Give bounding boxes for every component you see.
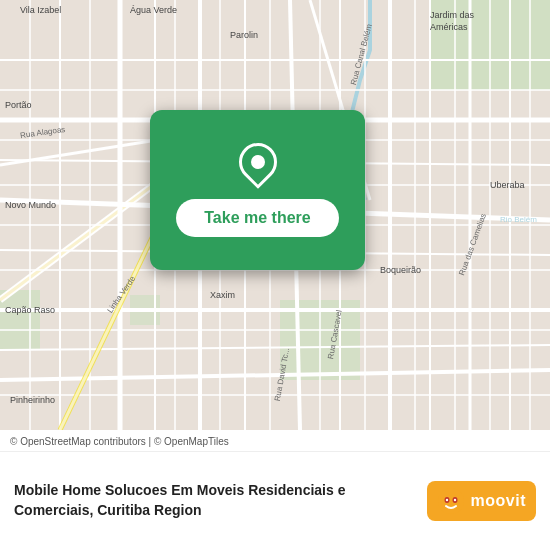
label-novo-mundo: Novo Mundo (5, 200, 56, 210)
moovit-icon (437, 487, 465, 515)
pin-center (248, 152, 268, 172)
map-attribution: © OpenStreetMap contributors | © OpenMap… (0, 430, 550, 452)
bottom-bar: © OpenStreetMap contributors | © OpenMap… (0, 430, 550, 550)
place-text: Mobile Home Solucoes Em Moveis Residenci… (14, 481, 417, 520)
label-xaxim: Xaxim (210, 290, 235, 300)
svg-point-52 (453, 499, 455, 501)
take-me-there-button[interactable]: Take me there (176, 199, 338, 237)
place-info-row: Mobile Home Solucoes Em Moveis Residenci… (0, 452, 550, 550)
moovit-label: moovit (471, 492, 526, 510)
svg-point-48 (438, 488, 464, 514)
label-capao-raso: Capão Raso (5, 305, 55, 315)
label-parolin: Parolin (230, 30, 258, 40)
location-card: Take me there (150, 110, 365, 270)
place-name: Mobile Home Solucoes Em Moveis Residenci… (14, 481, 417, 520)
label-boqueirao: Boqueirão (380, 265, 421, 275)
label-rio-belem: Rio Belém (500, 215, 537, 224)
moovit-badge[interactable]: moovit (427, 481, 536, 521)
svg-point-51 (445, 499, 447, 501)
label-vila-izabel: Vila Izabel (20, 5, 61, 15)
label-agua-verde: Água Verde (130, 5, 177, 15)
label-portao: Portão (5, 100, 32, 110)
label-pinheirinho: Pinheirinho (10, 395, 55, 405)
label-jardim-americas: Jardim dasAméricas (430, 10, 474, 33)
location-pin-icon (231, 135, 285, 189)
label-uberaba: Uberaba (490, 180, 525, 190)
map-container: Vila Izabel Água Verde Parolin Jardim da… (0, 0, 550, 430)
